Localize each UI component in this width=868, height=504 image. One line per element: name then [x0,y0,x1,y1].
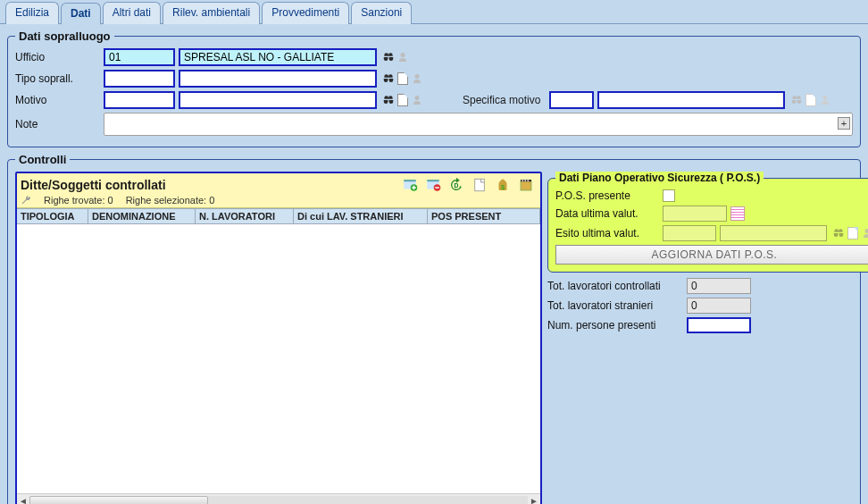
col-lav-stranieri[interactable]: Di cui LAV. STRANIERI [294,209,428,223]
horizontal-scrollbar[interactable]: ◄ ► [17,493,540,504]
specifica-desc-field[interactable] [597,91,785,109]
scroll-right-icon[interactable]: ► [528,495,540,505]
row-tot-str: Tot. lavoratori stranieri 0 [547,298,853,314]
row-tot-lav: Tot. lavoratori controllati 0 [547,278,853,294]
tipo-desc-field[interactable] [179,70,377,88]
calendar-icon[interactable] [730,206,745,221]
tab-altri-dati[interactable]: Altri dati [103,2,161,24]
label-pos-presente: P.O.S. presente [555,189,659,202]
col-tipologia[interactable]: TIPOLOGIA [17,209,88,223]
pos-presente-checkbox[interactable] [663,189,675,202]
controlli-columns: Ditte/Soggetti controllati D $ Righe tr [15,172,853,504]
svg-rect-7 [475,179,485,191]
num-pres-field[interactable] [687,317,751,333]
tot-str-value: 0 [687,298,751,314]
label-data-valut: Data ultima valut. [555,207,659,220]
binoculars-icon[interactable] [382,72,395,85]
motivo-code-field[interactable] [104,91,175,109]
legend-pos: Dati Piano Operativo Sicurezza ( P.O.S.) [555,172,764,184]
tot-lav-value: 0 [687,278,751,294]
svg-text:D: D [455,182,459,189]
tab-label: Rilev. ambientali [172,6,250,19]
tab-dati[interactable]: Dati [61,3,101,25]
row-ufficio: Ufficio [15,48,853,66]
aggiorna-label: AGGIORNA DATI P.O.S. [652,248,778,261]
svg-rect-11 [522,180,524,181]
tab-edilizia[interactable]: Edilizia [5,2,59,24]
legend-controlli: Controlli [15,153,70,166]
row-pos-presente: P.O.S. presente [555,189,868,202]
ditte-panel: Ditte/Soggetti controllati D $ Righe tr [15,172,542,504]
label-tipo: Tipo soprall. [15,72,100,85]
data-valut-field[interactable] [663,206,727,222]
tab-rilev-ambientali[interactable]: Rilev. ambientali [163,2,260,24]
ditte-table-body[interactable] [17,224,540,493]
esito-desc-field[interactable] [720,225,827,241]
col-pos-present[interactable]: POS PRESENT [428,209,540,223]
label-num-pres: Num. persone presenti [547,319,681,332]
col-denominazione[interactable]: DENOMINAZIONE [88,209,196,223]
motivo-icons [382,94,423,106]
svg-rect-12 [525,180,527,181]
tipo-code-field[interactable] [104,70,175,88]
row-data-valut: Data ultima valut. [555,206,868,222]
row-note: Note + [15,113,853,136]
delete-row-icon[interactable] [422,175,444,195]
aggiorna-pos-button[interactable]: AGGIORNA DATI P.O.S. [555,245,868,265]
specifica-icons [790,94,831,106]
tab-label: Dati [71,7,91,20]
scroll-thumb[interactable] [29,496,208,505]
svg-rect-1 [404,180,416,181]
legend-sopralluogo: Dati sopralluogo [15,29,114,43]
tab-label: Sanzioni [361,6,402,19]
person-icon [411,94,423,106]
label-esito-valut: Esito ultima valut. [555,227,659,239]
tab-provvedimenti[interactable]: Provvedimenti [262,2,349,24]
row-motivo: Motivo Specifica motivo [15,91,853,109]
new-doc-icon[interactable] [396,72,409,85]
binoculars-icon[interactable] [382,51,395,63]
ditte-subheader: Righe trovate: 0 Righe selezionate: 0 [21,195,537,206]
wrench-icon[interactable] [21,195,31,206]
binoculars-icon [790,94,803,106]
right-column: Dati Piano Operativo Sicurezza ( P.O.S.)… [547,172,853,337]
label-ufficio: Ufficio [15,51,100,63]
film-icon[interactable] [515,175,537,195]
svg-rect-4 [427,180,439,181]
scroll-track[interactable] [29,496,528,505]
doc-icon[interactable] [469,175,490,195]
group-dati-sopralluogo: Dati sopralluogo Ufficio Tipo soprall. [7,29,861,147]
new-doc-icon[interactable] [396,94,409,106]
specifica-code-field[interactable] [549,91,594,109]
page-body: Dati sopralluogo Ufficio Tipo soprall. [0,23,868,504]
label-tot-str: Tot. lavoratori stranieri [547,299,681,312]
ditte-panel-header: Ditte/Soggetti controllati D $ Righe tr [17,173,540,208]
binoculars-icon[interactable] [382,94,395,106]
scroll-left-icon[interactable]: ◄ [17,495,29,505]
note-textarea[interactable]: + [104,113,853,136]
ditte-toolbar: D $ [399,175,537,195]
add-row-icon[interactable] [399,175,421,195]
person-icon [411,72,423,85]
refresh-icon[interactable]: D [446,175,467,195]
binoculars-icon [832,227,845,239]
motivo-desc-field[interactable] [179,91,377,109]
ufficio-icons [382,51,409,63]
tab-label: Altri dati [113,6,151,19]
tab-bar: Edilizia Dati Altri dati Rilev. ambienta… [0,0,868,24]
money-icon[interactable]: $ [492,175,513,195]
esito-code-field[interactable] [663,225,716,241]
col-n-lavoratori[interactable]: N. LAVORATORI [196,209,294,223]
ufficio-desc-field[interactable] [179,48,377,66]
label-note: Note [15,118,100,130]
person-icon [396,51,409,63]
tab-sanzioni[interactable]: Sanzioni [351,2,412,24]
new-doc-icon [847,227,859,239]
expand-note-icon[interactable]: + [838,117,850,130]
ditte-title: Ditte/Soggetti controllati [21,178,394,192]
ufficio-code-field[interactable] [104,48,175,66]
group-pos: Dati Piano Operativo Sicurezza ( P.O.S.)… [547,172,868,273]
person-icon [819,94,831,106]
label-tot-lav: Tot. lavoratori controllati [547,280,681,292]
ditte-table-header: TIPOLOGIA DENOMINAZIONE N. LAVORATORI Di… [17,208,540,224]
